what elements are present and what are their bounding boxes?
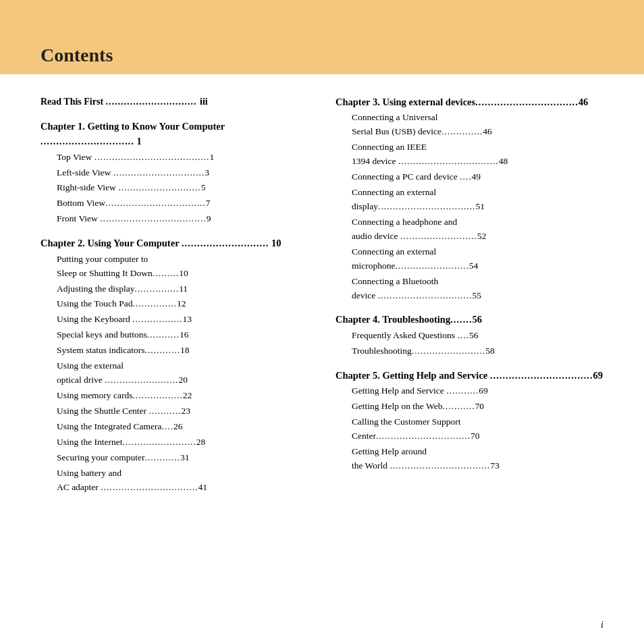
list-item: Using the externaloptical drive ........… <box>41 359 308 387</box>
list-item: System status indicators............18 <box>41 344 308 358</box>
list-item: Getting Help aroundthe World ...........… <box>336 445 603 473</box>
page-title: Contents <box>41 45 113 66</box>
list-item: Using the Internet......................… <box>41 435 308 450</box>
read-first-page: iii <box>200 97 208 107</box>
list-item: Bottom View.............................… <box>41 196 308 211</box>
chapter-1-title: Chapter 1. Getting to Know Your Computer… <box>41 119 308 149</box>
read-first-label: Read This First <box>41 97 103 107</box>
list-item: Using memory cards.................22 <box>41 389 308 403</box>
right-column: Chapter 3. Using external devices.......… <box>336 95 603 495</box>
page-footer: i <box>601 620 603 630</box>
read-first-entry: Read This First ........................… <box>41 95 308 109</box>
list-item: Connecting an IEEE1394 device ..........… <box>336 140 603 169</box>
list-item: Getting Help and Service ...........69 <box>336 384 603 398</box>
list-item: Top View ...............................… <box>41 151 308 165</box>
list-item: Putting your computer toSleep or Shuttin… <box>41 252 308 281</box>
list-item: Securing your computer............31 <box>41 451 308 465</box>
list-item: Special keys and buttons...........16 <box>41 328 308 342</box>
chapter-2-title: Chapter 2. Using Your Computer .........… <box>41 236 308 250</box>
list-item: Using the Keyboard .................13 <box>41 313 308 327</box>
list-item: Troubleshooting.........................… <box>336 344 603 358</box>
list-item: Adjusting the display...............11 <box>41 282 308 296</box>
list-item: Using the Integrated Camera....26 <box>41 420 308 434</box>
list-item: Getting Help on the Web...........70 <box>336 400 603 414</box>
list-item: Connecting an externalmicrophone........… <box>336 245 603 273</box>
list-item: Calling the Customer SupportCenter......… <box>336 415 603 444</box>
list-item: Using the Shuttle Center ...........23 <box>41 404 308 419</box>
list-item: Connecting a UniversalSerial Bus (USB) d… <box>336 111 603 139</box>
chapter-4-title: Chapter 4. Troubleshooting.......56 <box>336 312 603 327</box>
list-item: Using battery andAC adapter ............… <box>41 466 308 495</box>
read-first-dots: .............................. <box>106 97 200 107</box>
list-item: Right-side View ........................… <box>41 181 308 195</box>
content-area: Read This First ........................… <box>0 74 644 509</box>
list-item: Using the Touch Pad...............12 <box>41 297 308 311</box>
list-item: Connecting a PC card device ....49 <box>336 170 603 184</box>
left-column: Read This First ........................… <box>41 95 308 495</box>
list-item: Front View .............................… <box>41 212 308 226</box>
list-item: Connecting an externaldisplay...........… <box>336 186 603 214</box>
list-item: Left-side View .........................… <box>41 166 308 180</box>
list-item: Frequently Asked Questions ....56 <box>336 329 603 343</box>
list-item: Connecting a headphone andaudio device .… <box>336 215 603 244</box>
page-number: i <box>601 620 603 630</box>
chapter-3-title: Chapter 3. Using external devices.......… <box>336 95 603 109</box>
header-bar: Contents <box>0 0 644 74</box>
chapter-5-title: Chapter 5. Getting Help and Service ....… <box>336 368 603 383</box>
list-item: Connecting a Bluetoothdevice ...........… <box>336 275 603 303</box>
